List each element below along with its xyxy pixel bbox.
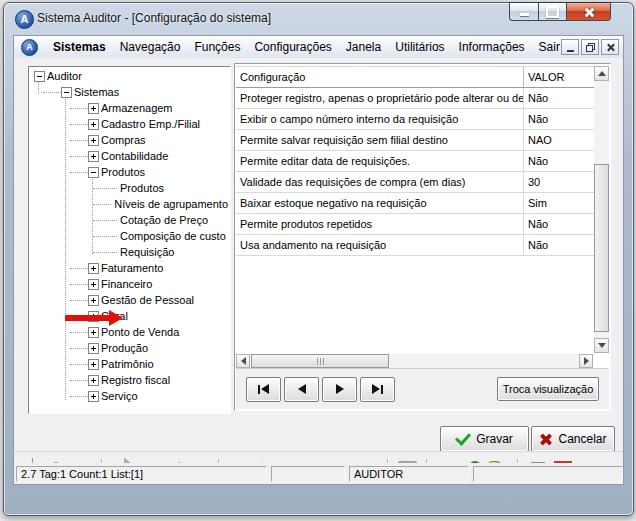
- first-icon: [258, 385, 260, 394]
- minimize-button[interactable]: [509, 2, 538, 21]
- collapse-icon[interactable]: [34, 71, 45, 82]
- vertical-scroll-thumb[interactable]: [594, 164, 609, 332]
- expand-icon[interactable]: [88, 375, 99, 386]
- scroll-up-button[interactable]: [594, 66, 609, 81]
- tree-item-requisicao[interactable]: Requisição: [29, 244, 230, 260]
- arrow-left-icon: [241, 357, 246, 365]
- tree-item-producao[interactable]: Produção: [29, 340, 230, 356]
- menu-navegacao[interactable]: Navegação: [113, 37, 188, 57]
- grid-row[interactable]: Usa andamento na requisiçãoNão: [236, 235, 594, 256]
- grid-row[interactable]: Baixar estoque negativo na requisiçãoSim: [236, 193, 594, 214]
- tree-item-armazenagem[interactable]: Armazenagem: [29, 100, 230, 116]
- expand-icon[interactable]: [88, 343, 99, 354]
- last-icon: [372, 384, 380, 394]
- tree-connector: [92, 174, 93, 254]
- app-window: A Sistema Auditor - [Configuração do sis…: [3, 2, 634, 516]
- tree-connector: [70, 268, 88, 269]
- first-record-button[interactable]: [246, 377, 281, 402]
- maximize-button[interactable]: [538, 2, 567, 21]
- status-bar: 2.7 Tag:1 Count:1 List:[1] AUDITOR: [14, 463, 623, 484]
- mdi-child-icon[interactable]: A: [21, 39, 38, 56]
- change-view-button[interactable]: Troca visualização: [497, 377, 599, 401]
- expand-icon[interactable]: [88, 263, 99, 274]
- expand-icon[interactable]: [88, 359, 99, 370]
- grid-row[interactable]: Exibir o campo número interno da requisi…: [236, 109, 594, 130]
- mdi-restore-button[interactable]: [581, 39, 599, 55]
- collapse-icon[interactable]: [88, 167, 99, 178]
- cancel-button[interactable]: Cancelar: [531, 426, 615, 452]
- tree-item-sistemas[interactable]: Sistemas: [29, 84, 230, 100]
- expand-icon[interactable]: [88, 279, 99, 290]
- close-button[interactable]: [567, 2, 611, 21]
- arrow-down-icon: [598, 343, 606, 348]
- grid-row[interactable]: Permite salvar requisição sem filial des…: [236, 130, 594, 151]
- horizontal-scroll-thumb[interactable]: [251, 354, 389, 368]
- column-header-configuracao[interactable]: Configuração: [236, 67, 524, 87]
- tree-connector: [70, 332, 88, 333]
- tree-item-patrimonio[interactable]: Patrimônio: [29, 356, 230, 372]
- tree-item-financeiro[interactable]: Financeiro: [29, 276, 230, 292]
- tree-connector: [70, 140, 88, 141]
- menu-configuracoes[interactable]: Configurações: [247, 37, 338, 57]
- tree-item-servico[interactable]: Serviço: [29, 388, 230, 404]
- menu-utilitarios[interactable]: Utilitários: [388, 37, 451, 57]
- menu-funcoes[interactable]: Funções: [187, 37, 247, 57]
- tree-item-contabilidade[interactable]: Contabilidade: [29, 148, 230, 164]
- expand-icon[interactable]: [88, 135, 99, 146]
- tree-item-cadastro-emp-filial[interactable]: Cadastro Emp./Filial: [29, 116, 230, 132]
- expand-icon[interactable]: [88, 327, 99, 338]
- mdi-close-button[interactable]: [601, 39, 619, 55]
- scroll-right-button[interactable]: [579, 354, 593, 368]
- tree-item-auditor[interactable]: Auditor: [29, 68, 230, 84]
- tree-item-ponto-de-venda[interactable]: Ponto de Venda: [29, 324, 230, 340]
- mdi-minimize-button[interactable]: [561, 39, 579, 55]
- screen: A Sistema Auditor - [Configuração do sis…: [0, 0, 636, 521]
- tree-item-produtos-leaf[interactable]: Produtos: [29, 180, 230, 196]
- vertical-scrollbar[interactable]: [594, 66, 609, 353]
- expand-icon[interactable]: [88, 103, 99, 114]
- tree-item-faturamento[interactable]: Faturamento: [29, 260, 230, 276]
- menu-informacoes[interactable]: Informações: [452, 37, 532, 57]
- expand-icon[interactable]: [88, 295, 99, 306]
- next-record-button[interactable]: [322, 377, 357, 402]
- horizontal-scrollbar[interactable]: [236, 354, 593, 368]
- maximize-icon: [546, 6, 559, 18]
- expand-icon[interactable]: [88, 151, 99, 162]
- grid-row[interactable]: Permite produtos repetidosNão: [236, 214, 594, 235]
- last-record-button[interactable]: [360, 377, 395, 402]
- tree-connector: [70, 396, 88, 397]
- tree-connector: [70, 284, 88, 285]
- tree-item-geral[interactable]: Geral: [29, 308, 230, 324]
- tree-item-produtos[interactable]: Produtos: [29, 164, 230, 180]
- tree-connector: [65, 97, 66, 400]
- title-bar[interactable]: A Sistema Auditor - [Configuração do sis…: [4, 3, 633, 34]
- save-button[interactable]: Gravar: [440, 426, 529, 452]
- scroll-down-button[interactable]: [594, 338, 609, 353]
- menu-sistemas[interactable]: Sistemas: [46, 37, 113, 57]
- grid-row[interactable]: Permite editar data de requisições.Não: [236, 151, 594, 172]
- previous-record-button[interactable]: [284, 377, 319, 402]
- tree-item-compras[interactable]: Compras: [29, 132, 230, 148]
- grid-row[interactable]: Proteger registro, apenas o proprietário…: [236, 88, 594, 109]
- tree-item-niveis-de-agrupamento[interactable]: Níveis de agrupamento: [29, 196, 230, 212]
- expand-icon[interactable]: [88, 391, 99, 402]
- status-panel-4: [473, 466, 624, 482]
- scroll-left-button[interactable]: [236, 354, 250, 368]
- tree-connector: [93, 236, 117, 237]
- grid-row[interactable]: Validade das requisições de compra (em d…: [236, 172, 594, 193]
- tree-item-composicao-de-custo[interactable]: Composição de custo: [29, 228, 230, 244]
- collapse-icon[interactable]: [61, 87, 72, 98]
- mdi-minimize-icon: [567, 50, 574, 52]
- tree-connector: [70, 300, 88, 301]
- system-tree-panel: Auditor Sistemas Armazenagem Cadastro Em…: [28, 66, 231, 414]
- tree-item-cotacao-de-preco[interactable]: Cotação de Preço: [29, 212, 230, 228]
- window-title: Sistema Auditor - [Configuração do siste…: [37, 11, 271, 25]
- arrow-up-icon: [598, 71, 606, 76]
- tree-item-registro-fiscal[interactable]: Registro fiscal: [29, 372, 230, 388]
- arrow-right-icon: [584, 357, 589, 365]
- system-tree: Auditor Sistemas Armazenagem Cadastro Em…: [29, 67, 230, 404]
- menu-janela[interactable]: Janela: [339, 37, 388, 57]
- expand-icon[interactable]: [88, 119, 99, 130]
- column-header-valor[interactable]: VALOR: [524, 71, 594, 83]
- tree-item-gestao-de-pessoal[interactable]: Gestão de Pessoal: [29, 292, 230, 308]
